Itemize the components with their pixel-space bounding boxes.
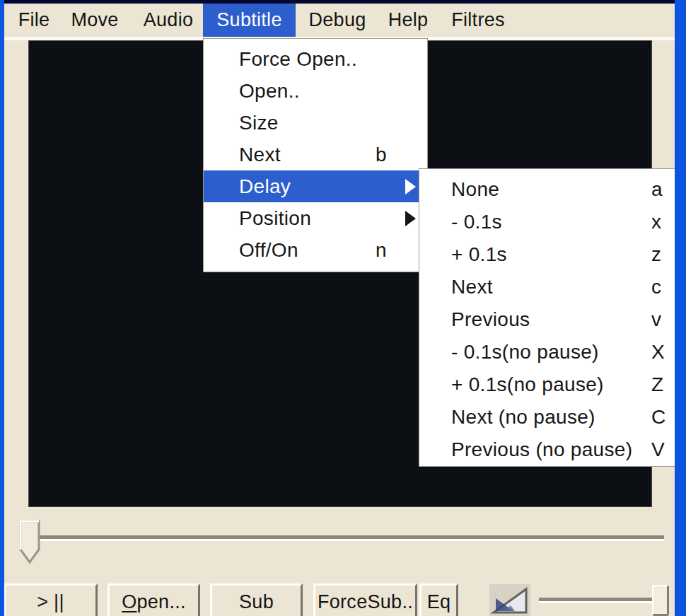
volume-icon[interactable] <box>489 584 530 616</box>
window-left-border <box>0 0 4 616</box>
submenu-arrow-icon <box>405 211 416 226</box>
menu-item-force-open[interactable]: Force Open.. <box>204 43 427 75</box>
submenu-item-next-no-pause[interactable]: Next (no pause) C <box>419 401 685 434</box>
menu-item-next[interactable]: Next b <box>204 139 427 170</box>
volume-slider-track[interactable] <box>539 598 665 603</box>
menu-item-shortcut: C <box>651 406 666 429</box>
window-top-edge <box>0 0 686 4</box>
menu-item-label: Force Open.. <box>239 48 357 71</box>
menu-item-shortcut: x <box>651 211 661 233</box>
menubar-item-file[interactable]: File <box>8 4 59 37</box>
menu-item-label: Next (no pause) <box>451 406 595 429</box>
menu-item-size[interactable]: Size <box>204 107 427 139</box>
menubar-item-label: Filtres <box>451 9 505 31</box>
submenu-item-previous-no-pause[interactable]: Previous (no pause) V <box>419 434 685 466</box>
submenu-item-previous[interactable]: Previous v <box>419 303 685 336</box>
menu-item-shortcut: z <box>651 243 661 266</box>
submenu-item-plus-01s-no-pause[interactable]: + 0.1s(no pause) Z <box>419 368 685 401</box>
sub-button[interactable]: Sub <box>210 583 303 616</box>
menubar: File Move Audio Subtitle Debug Help Filt… <box>4 4 675 37</box>
menu-item-label: Open.. <box>239 80 300 103</box>
menu-item-shortcut: Z <box>651 373 663 396</box>
menubar-item-move[interactable]: Move <box>61 4 129 37</box>
menubar-item-label: Help <box>388 9 429 31</box>
menu-item-label: - 0.1s(no pause) <box>451 341 599 364</box>
menubar-item-help[interactable]: Help <box>378 4 438 37</box>
menu-item-label: Previous <box>451 308 530 331</box>
player-window: File Move Audio Subtitle Debug Help Filt… <box>0 0 686 616</box>
submenu-item-plus-01s[interactable]: + 0.1s z <box>419 238 685 271</box>
open-button[interactable]: Open... <box>107 583 200 616</box>
menu-item-shortcut: b <box>376 144 387 166</box>
menubar-item-label: Debug <box>308 9 366 31</box>
menu-item-off-on[interactable]: Off/On n <box>204 234 427 266</box>
menubar-item-label: Move <box>71 9 118 31</box>
menu-item-label: Previous (no pause) <box>451 438 632 461</box>
submenu-item-none[interactable]: None a <box>419 173 685 206</box>
menu-item-label: + 0.1s(no pause) <box>451 373 604 396</box>
menu-item-label: Position <box>239 207 311 230</box>
menu-item-label: Size <box>239 112 279 134</box>
submenu-arrow-icon <box>405 179 416 194</box>
eq-button-label: Eq <box>427 591 451 613</box>
menu-item-label: Next <box>451 276 493 298</box>
play-pause-icon: > || <box>37 591 64 613</box>
menubar-item-label: File <box>18 9 50 31</box>
menubar-item-label: Subtitle <box>216 9 281 31</box>
menubar-item-debug[interactable]: Debug <box>301 4 373 37</box>
menu-item-shortcut: c <box>651 276 661 298</box>
window-right-border <box>675 0 686 616</box>
menubar-item-subtitle[interactable]: Subtitle <box>203 4 296 37</box>
sub-button-label: Sub <box>239 591 274 613</box>
menubar-item-audio[interactable]: Audio <box>133 4 204 37</box>
menu-item-open[interactable]: Open.. <box>204 75 427 107</box>
forcesub-button[interactable]: ForceSub.. <box>313 583 417 616</box>
submenu-item-minus-01s[interactable]: - 0.1s x <box>419 206 685 238</box>
menu-item-shortcut: v <box>651 308 661 331</box>
submenu-item-next[interactable]: Next c <box>419 271 685 303</box>
volume-wedge-icon <box>489 584 530 616</box>
menu-item-label: Next <box>239 144 281 166</box>
open-button-mnemonic: O <box>122 591 136 612</box>
menu-item-label: + 0.1s <box>451 243 507 266</box>
menu-item-label: None <box>451 178 499 201</box>
eq-button[interactable]: Eq <box>419 583 458 616</box>
play-pause-button[interactable]: > || <box>4 583 98 616</box>
forcesub-button-label: ForceSub.. <box>318 591 413 613</box>
menu-item-shortcut: a <box>651 178 663 201</box>
menubar-item-label: Audio <box>144 9 194 31</box>
volume-slider-thumb[interactable] <box>652 585 669 616</box>
open-button-label: pen... <box>136 591 185 612</box>
menu-item-label: Off/On <box>239 239 298 262</box>
delay-submenu: None a - 0.1s x + 0.1s z Next c Previous… <box>419 168 686 467</box>
menu-item-shortcut: n <box>376 239 387 262</box>
menu-item-label: - 0.1s <box>451 211 502 233</box>
seek-slider-thumb[interactable] <box>18 520 42 565</box>
menu-item-delay[interactable]: Delay <box>204 170 427 202</box>
seek-slider-track[interactable] <box>39 535 664 541</box>
menubar-item-filtres[interactable]: Filtres <box>440 4 516 37</box>
seek-thumb-shape <box>18 520 42 565</box>
menu-item-shortcut: V <box>651 438 665 461</box>
subtitle-menu: Force Open.. Open.. Size Next b Delay Po… <box>203 38 428 272</box>
menu-item-shortcut: X <box>651 341 665 364</box>
submenu-item-minus-01s-no-pause[interactable]: - 0.1s(no pause) X <box>419 336 685 368</box>
menu-item-label: Delay <box>239 175 291 198</box>
menu-item-position[interactable]: Position <box>204 202 427 234</box>
